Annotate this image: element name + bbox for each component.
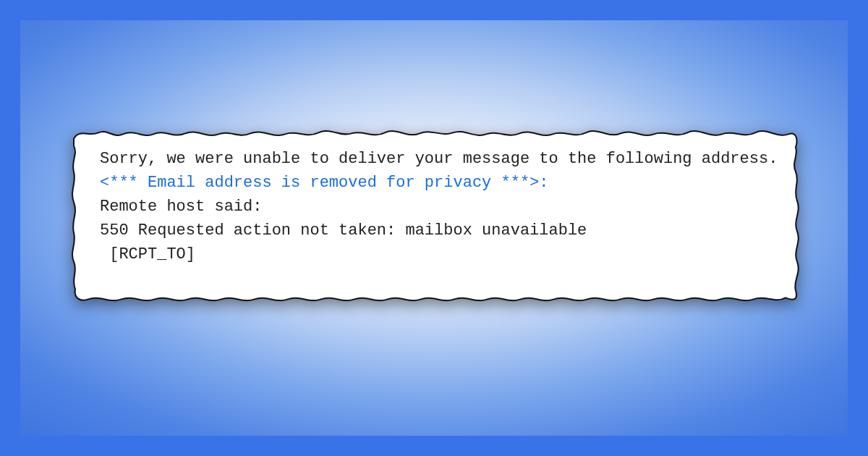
error-line-intro: Sorry, we were unable to deliver your me… [100,147,781,171]
error-line-rcpt-to: [RCPT_TO] [100,242,781,266]
outer-frame: Sorry, we were unable to deliver your me… [0,0,868,456]
error-message-body: Sorry, we were unable to deliver your me… [100,147,781,292]
error-line-remote-host: Remote host said: [100,195,781,219]
torn-paper: Sorry, we were unable to deliver your me… [65,122,803,311]
gradient-background: Sorry, we were unable to deliver your me… [20,20,848,436]
error-line-redacted-email: <*** Email address is removed for privac… [100,171,781,195]
error-line-550: 550 Requested action not taken: mailbox … [100,219,781,242]
